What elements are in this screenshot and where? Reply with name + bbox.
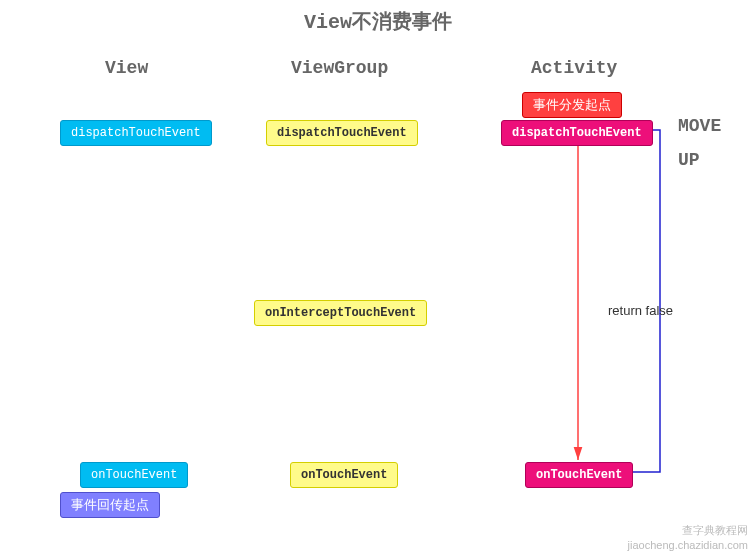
view-dispatch-node: dispatchTouchEvent bbox=[60, 120, 212, 146]
side-move-label: MOVE bbox=[678, 116, 721, 136]
watermark-line2: jiaocheng.chazidian.com bbox=[628, 538, 748, 552]
viewgroup-dispatch-node: dispatchTouchEvent bbox=[266, 120, 418, 146]
watermark: 查字典教程网 jiaocheng.chazidian.com bbox=[628, 523, 748, 552]
column-activity-header: Activity bbox=[531, 58, 617, 78]
viewgroup-ontouch-node: onTouchEvent bbox=[290, 462, 398, 488]
viewgroup-intercept-node: onInterceptTouchEvent bbox=[254, 300, 427, 326]
watermark-line1: 查字典教程网 bbox=[628, 523, 748, 537]
side-up-label: UP bbox=[678, 150, 700, 170]
return-false-label: return false bbox=[608, 303, 673, 318]
column-viewgroup-header: ViewGroup bbox=[291, 58, 388, 78]
activity-ontouch-node: onTouchEvent bbox=[525, 462, 633, 488]
diagram-title: View不消费事件 bbox=[0, 8, 756, 35]
dispatch-start-tag: 事件分发起点 bbox=[522, 92, 622, 118]
activity-dispatch-node: dispatchTouchEvent bbox=[501, 120, 653, 146]
column-view-header: View bbox=[105, 58, 148, 78]
view-ontouch-node: onTouchEvent bbox=[80, 462, 188, 488]
return-start-tag: 事件回传起点 bbox=[60, 492, 160, 518]
